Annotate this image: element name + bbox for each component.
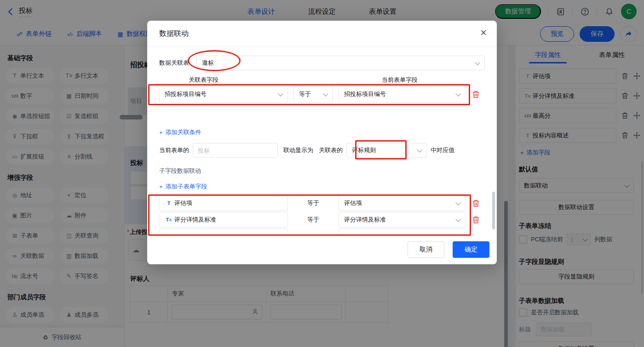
modal-header: 数据联动 ×: [147, 21, 497, 47]
linkage-display-row: 当前表单的 联动显示为 关联表的 评标规则 中对应值: [159, 143, 454, 158]
textarea-icon: T≡: [163, 217, 174, 222]
current-field-input[interactable]: [193, 143, 278, 158]
chevron-down-icon: [455, 91, 460, 96]
related-field-select[interactable]: 评标规则: [346, 143, 427, 158]
relation-table-row: 数据关联表 邀标: [159, 56, 485, 70]
subfield-target-select[interactable]: [339, 228, 466, 233]
modal-scrollbar[interactable]: [492, 192, 495, 229]
chevron-down-icon: [323, 91, 328, 96]
left-column-header: 关联表字段: [189, 76, 218, 84]
chevron-down-icon: [278, 91, 283, 96]
text-icon: T: [163, 200, 174, 206]
delete-condition-icon[interactable]: [472, 91, 480, 98]
subfield-source[interactable]: T 评估项: [159, 195, 288, 211]
add-condition-link[interactable]: +添加关联条件: [159, 128, 201, 137]
plus-icon: +: [159, 129, 163, 136]
subfield-section-label: 子字段数据联动: [159, 167, 201, 175]
relation-table-select[interactable]: 邀标: [196, 56, 485, 70]
app: 投标 表单设计 流程设定 表单设置 数据管理: [0, 0, 644, 347]
subfield-target-select[interactable]: 评估项: [339, 195, 466, 211]
modal-title: 数据联动: [159, 29, 189, 39]
current-form-field-select[interactable]: 招投标项目编号: [339, 86, 466, 102]
subfield-mapping-row: T 评估项 等于 评估项: [159, 195, 485, 211]
relation-field-select[interactable]: 招投标项目编号: [159, 86, 288, 102]
delete-subfield-icon[interactable]: [472, 216, 480, 224]
subfield-mapping-row-clipped: [159, 228, 485, 233]
add-subfield-link[interactable]: +添加子表单字段: [159, 182, 207, 191]
operator-select[interactable]: 等于: [293, 86, 333, 102]
condition-row: 招投标项目编号 等于 招投标项目编号: [159, 86, 480, 102]
chevron-down-icon: [417, 147, 422, 152]
cancel-button[interactable]: 取消: [408, 241, 444, 258]
chevron-down-icon: [455, 216, 460, 222]
subfield-mapping-row: T≡ 评分详情及标准 等于 评分详情及标准: [159, 212, 485, 228]
plus-icon: +: [159, 183, 163, 190]
confirm-button[interactable]: 确定: [453, 241, 489, 258]
right-column-header: 当前表单字段: [382, 76, 418, 84]
chevron-down-icon: [475, 60, 480, 65]
delete-subfield-icon[interactable]: [472, 199, 480, 207]
close-icon[interactable]: ×: [480, 27, 487, 38]
data-linkage-modal: 数据联动 × 数据关联表 邀标 关联表字段 当前表单字段 招投标项目编号 等于 …: [147, 21, 497, 264]
subfield-mapping-list: T 评估项 等于 评估项 T≡ 评分详情及标准 等于 评分详情及标准: [159, 195, 485, 233]
chevron-down-icon: [455, 200, 460, 205]
subfield-target-select[interactable]: 评分详情及标准: [339, 212, 466, 228]
subfield-source[interactable]: T≡ 评分详情及标准: [159, 212, 288, 228]
subfield-source[interactable]: [159, 228, 288, 233]
